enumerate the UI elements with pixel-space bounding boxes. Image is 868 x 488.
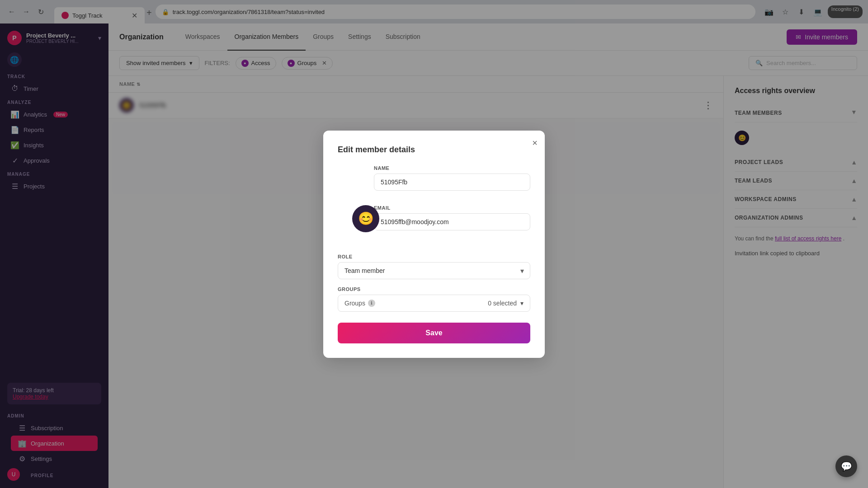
email-label: EMAIL bbox=[374, 205, 530, 211]
role-label: ROLE bbox=[338, 254, 530, 259]
groups-select-text: Groups bbox=[344, 300, 365, 307]
modal-close-button[interactable]: × bbox=[532, 138, 538, 148]
chat-icon: 💬 bbox=[841, 461, 852, 472]
groups-selected-count: 0 selected bbox=[488, 300, 517, 307]
modal-fields: NAME EMAIL bbox=[374, 165, 530, 245]
modal-member-avatar: 😊 bbox=[352, 205, 379, 232]
modal-title: Edit member details bbox=[338, 145, 530, 155]
save-button[interactable]: Save bbox=[338, 323, 530, 343]
groups-select-right: 0 selected ▾ bbox=[488, 300, 524, 307]
role-select[interactable]: Team member Project lead Team lead Works… bbox=[338, 262, 530, 279]
modal-top-area: 😊 NAME EMAIL bbox=[338, 165, 530, 245]
groups-select-left: Groups ℹ bbox=[344, 300, 375, 307]
groups-label: GROUPS bbox=[338, 286, 530, 292]
role-select-wrapper: Team member Project lead Team lead Works… bbox=[338, 262, 530, 279]
email-input[interactable] bbox=[374, 213, 530, 230]
modal-overlay: Edit member details × 😊 NAME EMAIL ROLE bbox=[0, 0, 868, 488]
edit-member-modal: Edit member details × 😊 NAME EMAIL ROLE bbox=[323, 131, 545, 358]
groups-select[interactable]: Groups ℹ 0 selected ▾ bbox=[338, 295, 530, 312]
groups-chevron-icon: ▾ bbox=[520, 300, 524, 307]
groups-info-icon: ℹ bbox=[368, 300, 375, 307]
groups-field-group: GROUPS Groups ℹ 0 selected ▾ bbox=[338, 286, 530, 312]
name-field-group: NAME bbox=[374, 165, 530, 198]
chat-bubble-button[interactable]: 💬 bbox=[835, 455, 857, 477]
name-label: NAME bbox=[374, 165, 530, 171]
name-input[interactable] bbox=[374, 174, 530, 191]
email-field-group: EMAIL bbox=[374, 205, 530, 238]
role-field-group: ROLE Team member Project lead Team lead … bbox=[338, 254, 530, 279]
